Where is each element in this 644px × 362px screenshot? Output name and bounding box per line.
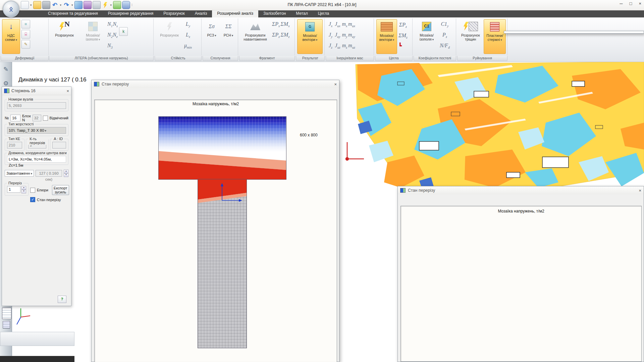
grid-icon[interactable] bbox=[3, 321, 10, 328]
tab-метал[interactable]: Метал bbox=[291, 10, 313, 17]
section-state-checkbox[interactable]: ✓ bbox=[30, 197, 35, 202]
letter-button-ne[interactable]: Ne bbox=[113, 32, 118, 39]
layered-section-3d-view[interactable] bbox=[401, 244, 641, 361]
lock-icon[interactable] bbox=[122, 1, 130, 9]
letter-button-jx[interactable]: Jx bbox=[329, 21, 333, 28]
soil-mosaic-isofields-button[interactable]: C1Мозаїка/ізополя bbox=[415, 19, 438, 54]
letter-button-my[interactable]: my bbox=[342, 32, 347, 39]
camera-icon[interactable] bbox=[93, 1, 101, 9]
undo-icon[interactable]: ↶ bbox=[51, 1, 59, 9]
letter-button-jz[interactable]: Jz bbox=[329, 43, 332, 49]
letter-button-ly[interactable]: Ly bbox=[186, 21, 190, 28]
letter-button-pz[interactable]: ΣPz bbox=[399, 22, 407, 28]
letter-button-n-fd[interactable]: N/Fd bbox=[440, 43, 450, 49]
section-canvas[interactable]: Мозаїка напружень, т/м2 600 x 800 bbox=[94, 100, 337, 362]
letter-button-muy[interactable]: muy bbox=[348, 32, 355, 39]
caret-down-icon[interactable]: ▾ bbox=[110, 3, 112, 7]
close-icon[interactable]: × bbox=[639, 1, 641, 6]
panel-title-bar[interactable]: Стержень 16 × bbox=[2, 87, 71, 95]
tab-цегла[interactable]: Цегла bbox=[313, 10, 334, 17]
letter-button-jy[interactable]: Jy bbox=[329, 32, 333, 39]
3d-mosaic-view[interactable] bbox=[337, 62, 644, 188]
letter-button-ns[interactable]: Ns bbox=[113, 21, 118, 28]
element-info-panel: Стержень 16 × Номери вузлів 5, 2693 № 16… bbox=[2, 86, 71, 306]
red-angle-icon[interactable]: ┗ bbox=[398, 43, 408, 49]
letter-button-mx[interactable]: ΣMx bbox=[280, 21, 289, 28]
tab-аналіз[interactable]: Аналіз bbox=[190, 10, 212, 17]
mosaic-isofields-button[interactable]: Мозаїка/ізополя bbox=[80, 19, 106, 54]
tab-створення-та-редагування[interactable]: Створення та редагування bbox=[43, 10, 103, 17]
letter-button-juz[interactable]: Juz bbox=[335, 43, 340, 49]
letter-button-mz[interactable]: ΣMz bbox=[398, 33, 408, 39]
letter-button-n3[interactable]: N3 bbox=[107, 43, 113, 49]
letter-button-px[interactable]: ΣPx bbox=[272, 21, 280, 28]
number-field[interactable]: 16 bbox=[10, 115, 20, 121]
fe-type-group: Тип КЕ 210 bbox=[5, 139, 24, 151]
letter-button-lz[interactable]: Lz bbox=[186, 32, 190, 39]
epures-checkbox[interactable] bbox=[30, 188, 35, 193]
caret-down-icon[interactable]: ▾ bbox=[71, 3, 73, 7]
letter-button-juy[interactable]: Juy bbox=[335, 32, 340, 39]
table-icon[interactable] bbox=[2, 308, 11, 319]
window-title-bar[interactable]: Стан перерізу × bbox=[398, 186, 644, 194]
maximize-icon[interactable]: □ bbox=[630, 1, 632, 6]
section-number-field[interactable]: 1 bbox=[7, 186, 20, 193]
calc-cracks-button[interactable]: Розрахунок тріщин bbox=[459, 19, 482, 54]
close-icon[interactable]: × bbox=[334, 82, 337, 87]
minimize-icon[interactable]: ─ bbox=[620, 1, 623, 6]
letter-button-min[interactable]: μmin bbox=[184, 43, 192, 49]
letter-button-c1y[interactable]: C1y bbox=[441, 21, 448, 28]
more-icon[interactable]: ⁞ bbox=[131, 3, 132, 7]
stability-calc-button[interactable]: Розрахунок bbox=[156, 19, 183, 54]
brick-mosaic-vectors-button[interactable]: Мозаїка/вектори bbox=[376, 19, 397, 54]
letter-button-jux[interactable]: Jux bbox=[335, 21, 340, 28]
tab-залізобетон[interactable]: Залізобетон bbox=[258, 10, 291, 17]
mosaic-vectors-button[interactable]: GМозаїка/вектори bbox=[297, 19, 323, 54]
nds-schemes-button[interactable]: ↓НДС схеми bbox=[2, 19, 20, 54]
save-icon[interactable] bbox=[42, 1, 50, 9]
caret-down-icon[interactable]: ▾ bbox=[30, 3, 32, 7]
tab-розширене-редагування[interactable]: Розширене редагування bbox=[103, 10, 159, 17]
litera-calc-button[interactable]: NРозрахунок bbox=[50, 19, 78, 54]
section-stepper[interactable]: ▲▼ bbox=[21, 186, 26, 193]
open-document-icon[interactable] bbox=[33, 1, 41, 9]
tab-розширений-аналіз[interactable]: Розширений аналіз bbox=[212, 10, 258, 17]
plates-bars-button[interactable]: Пластини/стержні bbox=[484, 19, 506, 54]
frame2-icon[interactable]: ⌸ bbox=[21, 30, 30, 39]
k-sphere-icon[interactable]: k bbox=[119, 27, 128, 36]
section-canvas[interactable]: Мозаїка напружень, т/м2 bbox=[400, 206, 642, 362]
crack-icon bbox=[463, 20, 478, 33]
flash-calc-icon[interactable] bbox=[102, 1, 109, 9]
stiffness-select[interactable]: 10'і. Тавр_Т 30 X 80 bbox=[7, 127, 66, 134]
new-document-icon[interactable] bbox=[21, 1, 29, 9]
load-case-select[interactable]: Завантаженн bbox=[5, 170, 34, 177]
3d-view-icon[interactable] bbox=[74, 1, 83, 9]
book-icon[interactable] bbox=[84, 1, 92, 9]
close-icon[interactable]: × bbox=[66, 88, 69, 94]
load-case-stepper[interactable]: ▲▼ bbox=[64, 170, 68, 177]
pencil-icon[interactable]: ✎ bbox=[21, 40, 30, 49]
letter-button-n1[interactable]: N1 bbox=[107, 21, 113, 28]
diagrams-icon[interactable] bbox=[113, 1, 121, 9]
letter-button-mz[interactable]: mz bbox=[342, 43, 347, 49]
window-title-bar[interactable]: Стан перерізу × bbox=[92, 80, 339, 88]
frame-icon[interactable]: ⌗ bbox=[21, 20, 30, 28]
letter-button-mux[interactable]: mux bbox=[348, 21, 355, 28]
rsn-button[interactable]: ΣΣРСН bbox=[221, 19, 236, 54]
calc-loads-button[interactable]: Розрахувати навантаження bbox=[240, 19, 270, 54]
export-forces-button[interactable]: Експорт зусиль bbox=[52, 185, 69, 195]
letter-button-mz[interactable]: ΣMz bbox=[281, 32, 290, 39]
tab-розрахунок[interactable]: Розрахунок bbox=[158, 10, 190, 17]
letter-button-pz[interactable]: Pz bbox=[442, 32, 447, 39]
rsz-button[interactable]: ΣσРСЗ bbox=[204, 19, 219, 54]
close-icon[interactable]: × bbox=[639, 188, 641, 193]
marked-checkbox[interactable] bbox=[43, 116, 48, 121]
letter-button-mx[interactable]: mx bbox=[342, 21, 347, 28]
caret-down-icon[interactable]: ▾ bbox=[60, 3, 62, 7]
redo-icon[interactable]: ↷ bbox=[63, 1, 70, 9]
letter-button-n2[interactable]: N2 bbox=[107, 32, 113, 39]
letter-button-muz[interactable]: muz bbox=[348, 43, 355, 49]
help-button[interactable]: ? bbox=[58, 296, 66, 303]
nodes-group: Номери вузлів 5, 2693 bbox=[5, 99, 68, 111]
letter-button-pz[interactable]: ΣPz bbox=[272, 32, 280, 39]
